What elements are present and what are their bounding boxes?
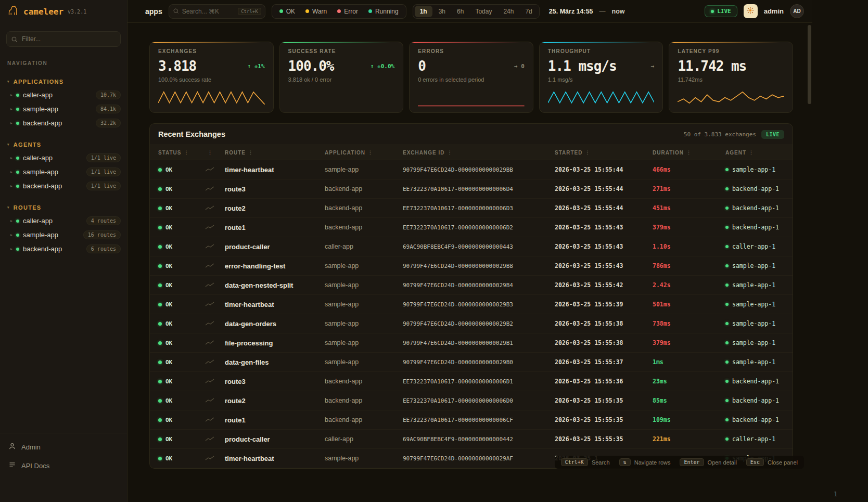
column-header[interactable]: AGENT ⋮ [725, 150, 784, 156]
sidebar-item[interactable]: ▸ sample-app 84.1k [0, 102, 127, 116]
time-range-button[interactable]: 7d [520, 6, 537, 17]
card-accent-bar [540, 42, 663, 43]
trend-icon [205, 434, 225, 444]
table-row[interactable]: OK timer-heartbeat sample-app 90799F47E6… [150, 295, 793, 314]
user-icon [8, 442, 16, 452]
column-header[interactable]: STARTED ⋮ [555, 150, 653, 156]
sidebar-item[interactable]: ▸ backend-app 6 routes [0, 242, 127, 256]
nav-section: ▾ APPLICATIONS ▸ caller-app 10.7k ▸ samp… [0, 75, 127, 130]
status-dot [368, 9, 372, 13]
table-row[interactable]: OK route1 backend-app EE7322370A10617-00… [150, 410, 793, 430]
sidebar-filter-input[interactable] [6, 31, 121, 47]
stat-card[interactable]: THROUGHPUT 1.1 msg/s → 1.1 msg/s [539, 42, 663, 113]
duration-value: 85ms [653, 397, 725, 404]
agent-name: sample-app-1 [732, 262, 775, 269]
route-name: product-caller [225, 435, 325, 443]
sparkline-chart [548, 89, 655, 107]
status-filter-chip[interactable]: Running [363, 8, 404, 15]
table-row[interactable]: OK file-processing sample-app 90799F47E6… [150, 333, 793, 353]
exchange-id: 90799F47E6CD24D-00000000000029B3 [403, 301, 555, 308]
ok-status-dot [158, 245, 162, 249]
live-indicator[interactable]: LIVE [705, 5, 737, 17]
table-row[interactable]: OK data-gen-nested-split sample-app 9079… [150, 276, 793, 295]
table-row[interactable]: OK route3 backend-app EE7322370A10617-00… [150, 372, 793, 391]
started-timestamp: 2026-03-25 15:55:43 [555, 262, 653, 269]
table-row[interactable]: OK route1 backend-app EE7322370A10617-00… [150, 218, 793, 237]
column-header[interactable]: STATUS ⋮ [158, 150, 205, 156]
exchange-id: EE7322370A10617-00000000000006CF [403, 417, 555, 423]
column-header[interactable]: ROUTE ⋮ [225, 150, 325, 156]
table-row[interactable]: OK route3 backend-app EE7322370A10617-00… [150, 179, 793, 199]
table-row[interactable]: OK data-gen-orders sample-app 90799F47E6… [150, 314, 793, 333]
sidebar-item[interactable]: ▸ sample-app 16 routes [0, 228, 127, 242]
column-header[interactable]: ⋮ [205, 150, 225, 155]
started-timestamp: 2026-03-25 15:55:36 [555, 378, 653, 385]
status-cell: OK [158, 282, 205, 289]
sidebar-item-admin[interactable]: Admin [0, 437, 127, 456]
nav-section-header[interactable]: ▾ ROUTES [0, 201, 127, 214]
column-header[interactable]: APPLICATION ⋮ [325, 150, 403, 156]
column-header[interactable]: EXCHANGE ID ⋮ [403, 150, 555, 156]
agent-name: caller-app-1 [732, 435, 775, 443]
theme-toggle-button[interactable] [744, 4, 758, 18]
sidebar-item[interactable]: ▸ backend-app 1/1 live [0, 179, 127, 193]
ok-status-dot [158, 361, 162, 364]
sidebar-item[interactable]: ▸ caller-app 1/1 live [0, 151, 127, 165]
time-range-button[interactable]: 6h [452, 6, 469, 17]
sidebar-item-label: caller-app [23, 217, 53, 225]
stat-card[interactable]: EXCHANGES 3.818 ↑ +1% 100.0% success rat… [149, 42, 274, 113]
status-filter-chip[interactable]: Error [332, 8, 363, 15]
stat-card[interactable]: SUCCESS RATE 100.0% ↑ +0.0% 3.818 ok / 0… [279, 42, 404, 113]
status-filter-chip[interactable]: Warn [300, 8, 332, 15]
sidebar-item-api-docs[interactable]: API Docs [0, 456, 127, 475]
sidebar-item[interactable]: ▸ backend-app 32.2k [0, 116, 127, 130]
table-row[interactable]: OK timer-heartbeat sample-app 90799F47E6… [150, 160, 793, 179]
agent-cell: caller-app-1 [725, 243, 784, 250]
sidebar-item[interactable]: ▸ caller-app 4 routes [0, 214, 127, 228]
date-range-start[interactable]: 25. März 14:55 [549, 8, 593, 15]
date-range-end[interactable]: now [612, 8, 625, 15]
avatar[interactable]: AD [790, 4, 804, 18]
stat-card-title: THROUGHPUT [548, 48, 655, 54]
search-icon [11, 35, 18, 45]
column-label: APPLICATION [325, 150, 365, 156]
nav-section-header[interactable]: ▾ APPLICATIONS [0, 75, 127, 88]
agent-status-dot [725, 418, 729, 421]
scrollbar[interactable] [808, 25, 811, 104]
duration-value: 1ms [653, 358, 725, 366]
table-row[interactable]: OK route2 backend-app EE7322370A10617-00… [150, 199, 793, 218]
card-accent-bar [280, 42, 403, 43]
sidebar-item[interactable]: ▸ sample-app 1/1 live [0, 165, 127, 179]
exchange-count: 50 of 3.833 exchanges [684, 131, 756, 138]
agent-status-dot [725, 187, 729, 190]
sidebar-item[interactable]: ▸ caller-app 10.7k [0, 88, 127, 102]
trend-icon [205, 415, 225, 424]
exchange-id: 90799F47E6CD24D-00000000000029B4 [403, 282, 555, 289]
sidebar-item-badge: 1/1 live [86, 168, 121, 176]
stat-card[interactable]: ERRORS 0 → 0 0 errors in selected period [409, 42, 533, 113]
agent-status-dot [725, 380, 729, 383]
time-range-button[interactable]: Today [470, 6, 497, 17]
stat-card[interactable]: LATENCY P99 11.742 ms 11.742ms [669, 42, 793, 113]
agent-cell: backend-app-1 [725, 416, 784, 423]
time-range-button[interactable]: 3h [433, 6, 451, 17]
global-search[interactable]: Search... ⌘K Ctrl+K [169, 4, 265, 19]
exchange-id: EE7322370A10617-00000000000006D1 [403, 378, 555, 385]
time-range-button[interactable]: 1h [415, 6, 432, 17]
table-row[interactable]: OK error-handling-test sample-app 90799F… [150, 256, 793, 276]
application-name: sample-app [325, 339, 403, 346]
table-row[interactable]: OK product-caller caller-app 69AC90BF8EB… [150, 237, 793, 256]
context-title: apps [145, 7, 162, 16]
chevron-right-icon: ▸ [10, 156, 12, 160]
route-name: timer-heartbeat [225, 166, 325, 174]
status-filter-chip[interactable]: OK [274, 8, 300, 15]
table-row[interactable]: OK route2 backend-app EE7322370A10617-00… [150, 391, 793, 410]
time-range-button[interactable]: 24h [498, 6, 519, 17]
table-row[interactable]: OK data-gen-files sample-app 90799F47E6C… [150, 353, 793, 372]
status-label: OK [165, 301, 172, 308]
ok-status-dot [158, 322, 162, 326]
table-row[interactable]: OK product-caller caller-app 69AC90BF8EB… [150, 430, 793, 449]
column-label: DURATION [653, 150, 684, 156]
column-header[interactable]: DURATION ⋮ [653, 150, 725, 156]
nav-section-header[interactable]: ▾ AGENTS [0, 138, 127, 151]
